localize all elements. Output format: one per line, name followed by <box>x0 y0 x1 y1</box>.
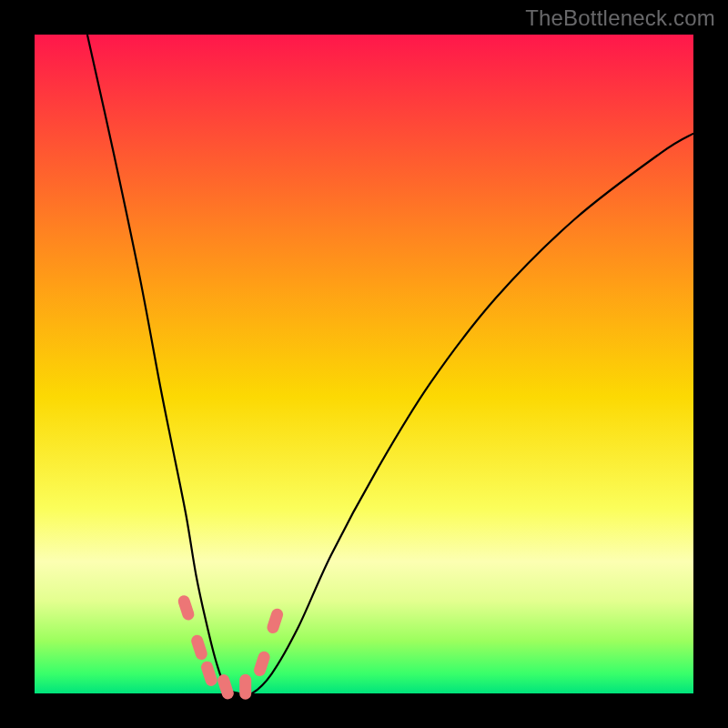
curve-marker <box>239 674 251 700</box>
bottleneck-curve <box>87 35 693 695</box>
curve-marker <box>216 672 235 701</box>
curve-marker <box>177 594 196 622</box>
curve-marker <box>189 633 208 662</box>
curve-marker <box>266 607 285 635</box>
curve-marker <box>252 650 271 678</box>
chart-svg <box>35 35 693 693</box>
markers-group <box>177 594 285 702</box>
chart-frame: TheBottleneck.com <box>0 0 728 728</box>
watermark-text: TheBottleneck.com <box>525 5 715 31</box>
plot-area <box>35 35 693 693</box>
